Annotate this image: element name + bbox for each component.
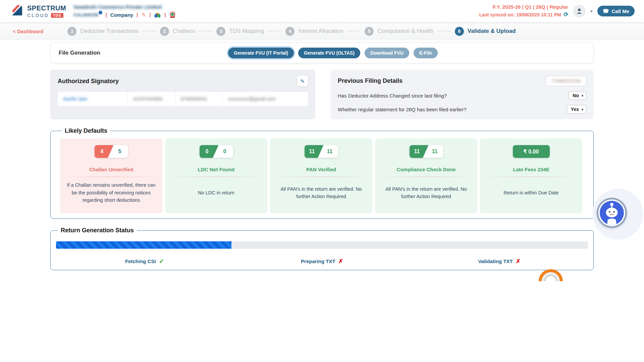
status-label: Validating TXT [478, 258, 513, 264]
signatory-pan: AXXPX4496G [133, 96, 163, 102]
stepper-step-validate-upload[interactable]: 6 Validate & Upload [455, 27, 516, 36]
last-synced-text: Last synced on: 19/08/2025 10:11 PM [479, 12, 561, 17]
file-generation-title: File Generation [59, 50, 100, 56]
count-badge: 11 11 [305, 145, 338, 158]
e-file-button[interactable]: E-File [414, 48, 438, 58]
step-connector [437, 31, 451, 32]
stepper-step-tds-mapping[interactable]: 3 TDS Mapping [216, 27, 264, 36]
traces-portal-icon[interactable] [154, 11, 161, 18]
edit-company-icon[interactable]: ✎ [141, 11, 146, 18]
user-avatar[interactable] [573, 5, 586, 17]
step-number: 6 [455, 27, 464, 36]
likely-defaults-title: Likely Defaults [62, 127, 110, 134]
step-number: 4 [285, 27, 294, 36]
default-card-desc: All PAN's in the return are verified. No… [381, 177, 471, 208]
defaults-count: 4 [95, 145, 114, 158]
count-badge: 4 5 [95, 145, 128, 158]
generation-progress-bar [56, 241, 588, 249]
check-icon: ✓ [159, 257, 164, 265]
step-connector [347, 31, 361, 32]
step-label: TDS Mapping [229, 28, 264, 35]
stepper-step-deductee-transactions[interactable]: 1 Deductee Transactions [67, 27, 139, 36]
default-card-compliance-check: 11 11 Compliance Check Done All PAN's in… [375, 138, 477, 213]
stepper-step-interest-allocation[interactable]: 4 Interest Allocation [285, 27, 343, 36]
chevron-down-icon: ▾ [582, 108, 583, 111]
likely-defaults-panel: Likely Defaults 4 5 Challan Unverified I… [50, 127, 594, 219]
back-to-dashboard-link[interactable]: < Dashboard [13, 28, 43, 34]
authorized-signatory-title: Authorized Signatory [58, 78, 119, 85]
step-connector [199, 31, 213, 32]
regular-statement-question: Whether regular statement for 26Q has be… [338, 107, 467, 112]
chatbot-widget[interactable] [592, 189, 643, 240]
chatbot-ring [597, 198, 627, 228]
return-generation-title: Return Generation Status [58, 227, 137, 234]
default-card-pan-verified: 11 11 PAN Verified All PAN's in the retu… [270, 138, 372, 213]
call-me-button[interactable]: ☎ Call Me [597, 6, 635, 16]
separator: | [106, 12, 107, 17]
fy-quarter-form: F.Y. 2025-26 | Q1 | 26Q | Regular [479, 4, 569, 10]
signatory-phone: 9740000003 [181, 96, 207, 102]
profile-caret-icon[interactable]: ▾ [590, 9, 593, 14]
brand-logo[interactable]: SPECTRUM CLOUD TDS [10, 3, 66, 19]
defaults-total: 11 [429, 145, 443, 158]
company-tan: CALS0037B [73, 12, 98, 17]
robot-icon [598, 199, 625, 226]
defaults-total: 0 [219, 145, 233, 158]
address-changed-value: No [573, 93, 579, 98]
step-connector [142, 31, 156, 32]
status-preparing-txt: Preparing TXT ✗ [233, 257, 411, 265]
default-card-title: PAN Verified [306, 167, 336, 172]
generate-fvu-oltas-button[interactable]: Generate FVU (OLTAS) [298, 48, 360, 58]
defaults-count: 0 [200, 145, 219, 158]
regular-statement-select[interactable]: Yes ▾ [567, 105, 586, 114]
default-card-title: Compliance Check Done [397, 167, 456, 172]
address-changed-question: Has Deductor Address Changed since last … [338, 93, 447, 99]
signatory-row[interactable]: Aarthi Jain AXXPX4496G 9740000003 xxxxxx… [58, 92, 308, 106]
default-card-desc: No LDC in return [198, 177, 234, 208]
generation-progress-fill [56, 241, 231, 249]
defaults-total: 11 [324, 145, 338, 158]
step-number: 5 [365, 27, 374, 36]
wizard-stepper: < Dashboard 1 Deductee Transactions 2 Ch… [0, 22, 644, 40]
defaults-count: 11 [410, 145, 429, 158]
regular-statement-value: Yes [571, 107, 579, 112]
status-fetching-csi: Fetching CSI ✓ [56, 257, 233, 265]
default-card-desc: Return is within Due Date [503, 177, 558, 208]
signatory-email: xxxxxxxxx@gmail.com [228, 96, 275, 102]
income-tax-portal-icon[interactable] [169, 11, 176, 18]
count-badge: 11 11 [410, 145, 443, 158]
stepper-step-computation-health[interactable]: 5 Computation & Health [365, 27, 433, 36]
separator: | [137, 12, 138, 17]
call-me-label: Call Me [611, 8, 629, 14]
step-number: 2 [160, 27, 169, 36]
separator: | [149, 12, 151, 17]
brand-sub: CLOUD [27, 13, 49, 18]
cross-icon: ✗ [338, 258, 343, 265]
status-label: Preparing TXT [301, 258, 335, 264]
generate-fvu-it-portal-button[interactable]: Generate FVU (IT Portal) [228, 48, 294, 58]
stepper-step-challans[interactable]: 2 Challans [160, 27, 195, 36]
person-icon [576, 7, 583, 15]
count-badge: 0 0 [200, 145, 233, 158]
previous-token-value: 774660252156 [551, 78, 581, 83]
status-validating-txt: Validating TXT ✗ [411, 257, 588, 265]
address-changed-select[interactable]: No ▾ [569, 91, 586, 100]
default-card-ldc-not-found: 0 0 LDC Not Found No LDC in return [165, 138, 267, 213]
default-card-title: Late Fees 234E [513, 167, 549, 172]
download-fvu-button[interactable]: Download FVU [365, 48, 409, 58]
status-label: Fetching CSI [125, 258, 156, 264]
amount-badge: ₹ 0.00 [513, 145, 550, 158]
brand-name: SPECTRUM [27, 4, 66, 12]
pencil-icon: ✎ [300, 78, 305, 84]
step-label: Computation & Health [377, 28, 433, 35]
refresh-sync-icon[interactable]: ⟳ [564, 11, 568, 18]
brand-tds-badge: TDS [51, 13, 63, 18]
company-link[interactable]: Company [110, 12, 133, 18]
default-card-title: LDC Not Found [198, 167, 235, 172]
chevron-down-icon: ▾ [582, 94, 583, 98]
default-card-challan-unverified: 4 5 Challan Unverified If a Challan rema… [60, 138, 162, 213]
edit-signatory-button[interactable]: ✎ [297, 76, 308, 86]
company-name: Swadeshi Commerce Private Limited [73, 4, 176, 10]
default-card-desc: All PAN's in the return are verified. No… [276, 177, 366, 208]
return-generation-panel: Return Generation Status Fetching CSI ✓ … [50, 227, 594, 270]
